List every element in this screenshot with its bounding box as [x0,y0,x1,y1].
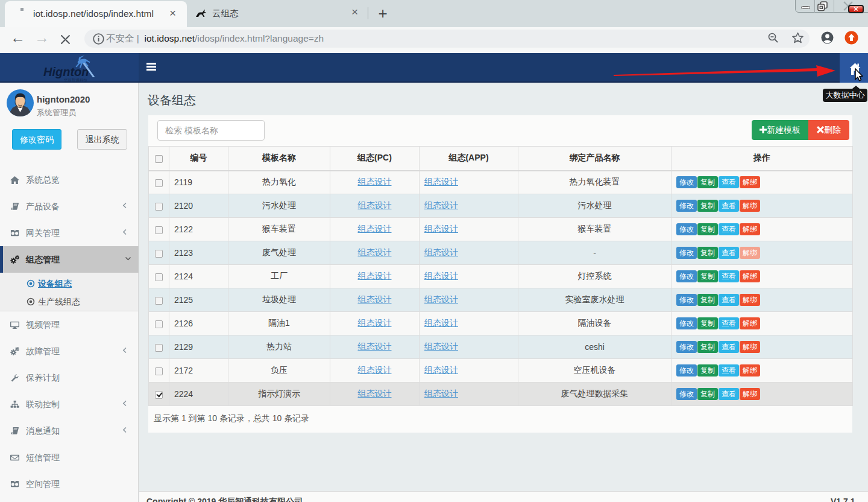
svg-text:Hignton: Hignton [43,65,89,78]
svg-text:华辰智通科技: 华辰智通科技 [64,78,88,83]
